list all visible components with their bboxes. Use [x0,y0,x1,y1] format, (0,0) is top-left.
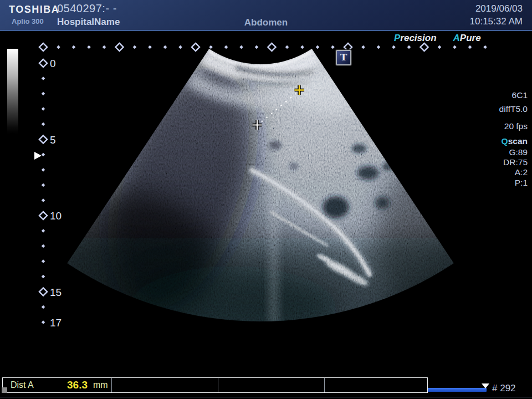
cine-scrollbar[interactable] [428,388,487,392]
packet-label: P:1 [499,178,528,188]
svg-text:10: 10 [50,210,62,222]
frame-rate-label: 20 fps [499,121,528,131]
measurement-value: 36.3 [67,379,88,391]
svg-text:5: 5 [50,134,56,146]
focus-marker-icon[interactable] [34,152,42,160]
orientation-marker-icon: T [336,50,351,65]
gain-label: G:89 [499,147,528,157]
image-parameters: 6C1 diffT5.0 20 fps Qscan G:89 DR:75 A:2… [499,90,528,188]
depth-ruler: 05101517 [39,58,62,329]
measurement-unit: mm [93,380,108,390]
persistence-label: A:2 [499,167,528,177]
ultrasound-screen: TOSHIBA Aplio 300 0540297:- - HospitalNa… [0,0,532,399]
corner-tab[interactable] [2,387,7,393]
horizontal-ruler [39,43,487,51]
probe-label: 6C1 [499,90,528,100]
dynamic-range-label: DR:75 [499,157,528,167]
measurement-results-box: Dist A 36.3 mm [2,377,428,393]
cell-divider [111,378,112,392]
cell-divider [324,378,325,392]
bottom-divider [0,397,532,398]
qscan-label: Qscan [499,136,528,146]
svg-text:17: 17 [50,317,62,329]
sector-image [44,38,518,355]
cine-position-icon[interactable] [482,383,489,388]
thermal-index-label: diffT5.0 [499,104,528,114]
measurement-label: Dist A [11,380,34,390]
frame-counter: # 292 [492,383,516,394]
svg-text:15: 15 [50,287,62,298]
measurement-cell: Dist A 36.3 mm [3,378,111,392]
ultrasound-image-area: 05101517 [0,0,532,399]
grayscale-bar [7,49,18,134]
svg-text:0: 0 [50,58,56,69]
cell-divider [218,378,218,392]
